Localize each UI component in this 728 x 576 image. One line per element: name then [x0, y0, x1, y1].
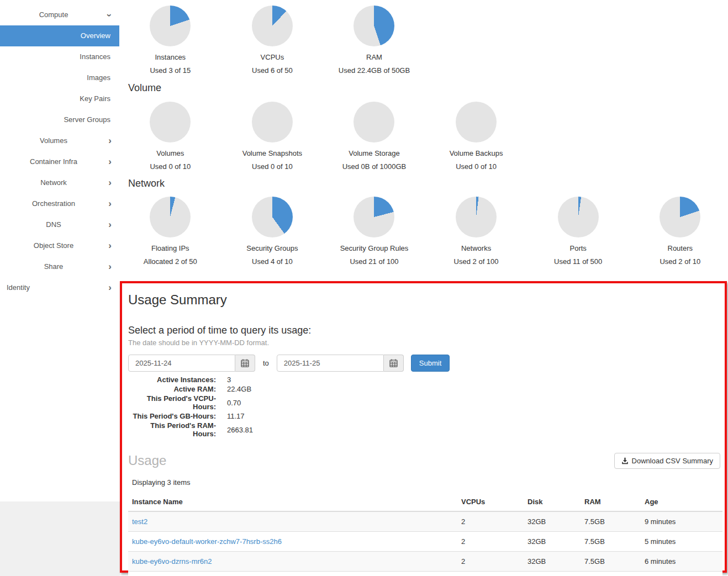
instance-link[interactable]: test2 — [132, 517, 147, 526]
end-date-calendar-button[interactable] — [384, 355, 404, 372]
stat-label: This Period's VCPU-Hours: — [128, 394, 216, 411]
pie-chart-security-group-rules — [354, 197, 394, 237]
card-title: Instances — [119, 53, 221, 61]
limit-card-volume-backups: Volume Backups Used 0 of 10 — [425, 102, 527, 171]
displaying-items-top: Displaying 3 items — [128, 478, 720, 487]
displaying-items-bottom: Displaying 3 items — [128, 572, 722, 576]
limit-card-volume-storage: Volume Storage Used 0B of 1000GB — [323, 102, 425, 171]
column-header-age[interactable]: Age — [640, 493, 722, 511]
chevron-right-icon: › — [108, 130, 112, 151]
start-date-input[interactable] — [128, 355, 235, 372]
sidebar-item-compute[interactable]: Compute › — [0, 4, 119, 25]
pie-chart-instances — [150, 6, 191, 46]
table-header-row: Instance Name VCPUs Disk RAM Age — [128, 493, 722, 511]
calendar-icon — [241, 359, 249, 367]
sidebar-item-label: Overview — [81, 31, 110, 40]
sidebar-item-label: Network — [40, 178, 67, 187]
card-usage: Used 3 of 15 — [119, 66, 221, 75]
limit-card-floating-ips: Floating IPs Allocated 2 of 50 — [119, 197, 221, 266]
table-row: test2 2 32GB 7.5GB 9 minutes — [128, 511, 722, 532]
table-row: kube-ey6vo-dzrns-mr6n2 2 32GB 7.5GB 6 mi… — [128, 552, 722, 572]
limit-card-instances: Instances Used 3 of 15 — [119, 6, 221, 75]
sidebar-item-overview[interactable]: Overview — [0, 25, 119, 46]
sidebar-item-label: Volumes — [40, 136, 67, 145]
column-header-disk[interactable]: Disk — [523, 493, 580, 511]
pie-chart-floating-ips — [150, 197, 191, 237]
limit-card-ports: Ports Used 11 of 500 — [527, 197, 629, 266]
start-date-calendar-button[interactable] — [235, 355, 255, 372]
network-section-heading: Network — [128, 178, 165, 189]
date-range-form: to Submit — [128, 355, 720, 372]
limit-card-ram: RAM Used 22.4GB of 50GB — [323, 6, 425, 75]
cell-age: 5 minutes — [640, 532, 722, 552]
date-format-hint: The date should be in YYYY-MM-DD format. — [128, 339, 720, 347]
column-header-instance-name[interactable]: Instance Name — [128, 493, 457, 511]
sidebar-item-object-store[interactable]: Object Store › — [0, 235, 119, 256]
sidebar-item-orchestration[interactable]: Orchestration › — [0, 193, 119, 214]
chevron-right-icon: › — [108, 256, 112, 277]
chevron-right-icon: › — [108, 235, 112, 256]
card-usage: Used 0 of 10 — [425, 162, 527, 171]
sidebar-item-label: Server Groups — [64, 115, 110, 124]
sidebar-item-container-infra[interactable]: Container Infra › — [0, 151, 119, 172]
download-icon — [621, 457, 629, 464]
compute-limits-row: Instances Used 3 of 15 VCPUs Used 6 of 5… — [119, 6, 425, 75]
sidebar-item-images[interactable]: Images — [0, 67, 119, 88]
cell-vcpus: 2 — [457, 511, 523, 532]
sidebar-item-network[interactable]: Network › — [0, 172, 119, 193]
instance-link[interactable]: kube-ey6vo-dzrns-mr6n2 — [132, 557, 212, 566]
limit-card-volumes: Volumes Used 0 of 10 — [119, 102, 221, 171]
usage-header-row: Usage Download CSV Summary — [128, 453, 720, 469]
sidebar-item-key-pairs[interactable]: Key Pairs — [0, 88, 119, 109]
sidebar-item-label: Container Infra — [30, 157, 77, 166]
sidebar-item-label: Orchestration — [32, 199, 75, 208]
page: Compute › Overview Instances Images Key … — [0, 0, 728, 576]
card-usage: Used 0B of 1000GB — [323, 162, 425, 171]
stat-value: 3 — [216, 375, 253, 384]
card-usage: Used 22.4GB of 50GB — [323, 66, 425, 75]
usage-heading: Usage — [128, 453, 166, 468]
usage-summary-content: Usage Summary Select a period of time to… — [122, 283, 725, 576]
cell-age: 6 minutes — [640, 552, 722, 572]
pie-chart-networks — [456, 197, 497, 237]
sidebar-item-share[interactable]: Share › — [0, 256, 119, 277]
pie-chart-ports — [558, 197, 599, 237]
sidebar-item-identity[interactable]: Identity › — [0, 277, 119, 298]
chevron-right-icon: › — [108, 214, 112, 235]
limit-card-routers: Routers Used 2 of 10 — [629, 197, 728, 266]
end-date-input[interactable] — [277, 355, 384, 372]
chevron-right-icon: › — [108, 151, 112, 172]
sidebar-item-label: Share — [44, 262, 64, 271]
cell-ram: 7.5GB — [580, 532, 640, 552]
sidebar-item-label: DNS — [46, 220, 61, 229]
sidebar-item-volumes[interactable]: Volumes › — [0, 130, 119, 151]
sidebar-item-server-groups[interactable]: Server Groups — [0, 109, 119, 130]
stat-label: Active RAM: — [128, 384, 216, 394]
download-csv-label: Download CSV Summary — [632, 457, 713, 465]
network-limits-row: Floating IPs Allocated 2 of 50 Security … — [119, 197, 728, 266]
cell-age: 9 minutes — [640, 511, 722, 532]
submit-button[interactable]: Submit — [411, 355, 450, 372]
pie-chart-vcpus — [252, 6, 293, 46]
column-header-ram[interactable]: RAM — [580, 493, 640, 511]
stat-row: This Period's VCPU-Hours: 0.70 — [128, 394, 253, 411]
card-usage: Used 21 of 100 — [323, 257, 425, 266]
stat-row: This Period's GB-Hours: 11.17 — [128, 411, 253, 421]
card-usage: Used 11 of 500 — [527, 257, 629, 266]
download-csv-button[interactable]: Download CSV Summary — [614, 453, 720, 469]
column-header-vcpus[interactable]: VCPUs — [457, 493, 523, 511]
card-usage: Allocated 2 of 50 — [119, 257, 221, 266]
chevron-right-icon: › — [108, 172, 112, 193]
instance-link[interactable]: kube-ey6vo-default-worker-zchw7-7hsrb-ss… — [132, 537, 282, 546]
stat-value: 22.4GB — [216, 384, 253, 394]
card-usage: Used 4 of 10 — [221, 257, 324, 266]
pie-chart-volume-backups — [456, 102, 497, 142]
table-footer-row: Displaying 3 items — [128, 572, 722, 576]
pie-chart-volume-snapshots — [252, 102, 293, 142]
cell-ram: 7.5GB — [580, 552, 640, 572]
limit-card-vcpus: VCPUs Used 6 of 50 — [221, 6, 324, 75]
card-title: Ports — [527, 244, 629, 252]
sidebar-item-instances[interactable]: Instances — [0, 46, 119, 67]
limit-card-security-groups: Security Groups Used 4 of 10 — [221, 197, 324, 266]
sidebar-item-dns[interactable]: DNS › — [0, 214, 119, 235]
